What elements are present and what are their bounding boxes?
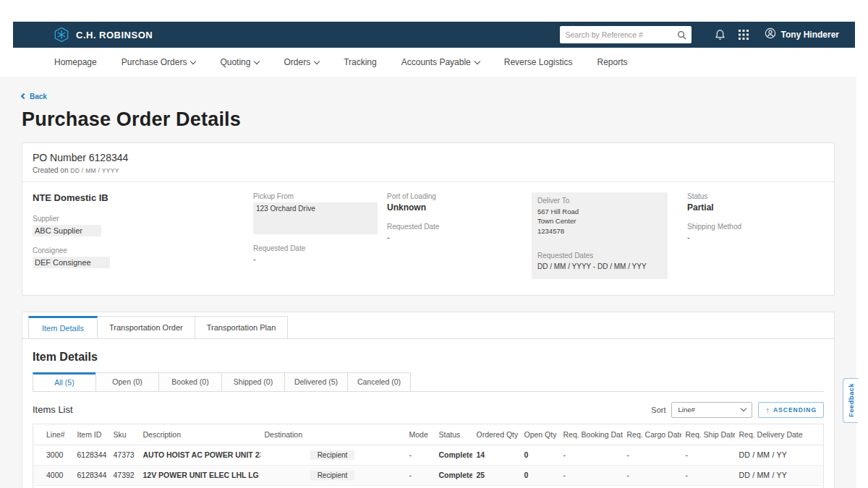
nav-item-label: Reverse Logistics: [504, 57, 573, 67]
table-header-row: Line# Item ID Sku Description Destinatio…: [33, 424, 824, 445]
po-info-grid: NTE Domestic IB Supplier ABC Supplier Co…: [33, 192, 824, 279]
user-name: Tony Hinderer: [781, 30, 839, 40]
consignee-label: Consignee: [33, 247, 246, 254]
deliver-to-column: Deliver To 567 Hill Road Town Center 123…: [532, 192, 680, 279]
status-label: Status: [687, 192, 824, 200]
requested-dates-value: DD / MM / YYYY - DD / MM / YYY: [537, 262, 662, 272]
cell-mode: -: [405, 445, 435, 465]
column-header[interactable]: Req. Delivery Date: [735, 424, 824, 445]
items-table-container: Line# Item ID Sku Description Destinatio…: [33, 424, 824, 488]
search-input[interactable]: [560, 26, 692, 43]
requested-dates-label: Requested Dates: [537, 252, 662, 260]
status-filter-tab[interactable]: Booked (0): [158, 372, 222, 391]
items-table: Line# Item ID Sku Description Destinatio…: [33, 424, 824, 488]
column-header[interactable]: Mode: [405, 424, 435, 445]
search-icon[interactable]: [677, 30, 686, 43]
nav-item[interactable]: Tracking: [344, 57, 377, 67]
status-filter-tab[interactable]: Canceled (0): [347, 372, 411, 391]
cell-mode: -: [405, 465, 435, 485]
column-header[interactable]: Req. Booking Date: [559, 424, 623, 445]
destination-value: Recipient: [310, 450, 355, 460]
port-requested-date-label: Requested Date: [387, 223, 524, 231]
status-filter-tabs: All (5) Open (0) Booked (0) Shipped (0) …: [33, 372, 824, 392]
company-logo[interactable]: C.H. ROBINSON: [54, 27, 153, 43]
detail-tab[interactable]: Transportation Order: [97, 316, 195, 338]
user-menu[interactable]: Tony Hinderer: [765, 27, 839, 42]
nav-item[interactable]: Quoting: [220, 57, 259, 67]
nav-item-label: Reports: [597, 57, 628, 67]
column-header[interactable]: Line#: [33, 424, 73, 445]
pickup-requested-date-label: Requested Date: [253, 244, 380, 252]
deliver-to-panel: Deliver To 567 Hill Road Town Center 123…: [532, 192, 668, 279]
detail-tab[interactable]: Item Details: [28, 316, 98, 338]
cell-item-id: 6128344: [73, 445, 109, 465]
nav-item[interactable]: Reverse Logistics: [504, 57, 573, 67]
apps-grid-icon[interactable]: [739, 30, 749, 40]
cell-line-number: 4000: [33, 465, 73, 485]
nav-item[interactable]: Orders: [284, 57, 319, 67]
feedback-button[interactable]: Feedback: [843, 378, 858, 423]
column-header[interactable]: Item ID: [73, 424, 109, 445]
back-label: Back: [30, 93, 47, 100]
supplier-name: ABC Supplier: [33, 225, 101, 236]
items-list-title: Items List: [33, 404, 73, 415]
supplier-label: Supplier: [33, 215, 246, 223]
port-of-loading-label: Port of Loading: [387, 192, 524, 200]
column-header[interactable]: Ordered Qty: [472, 424, 520, 445]
nav-item-label: Purchase Orders: [122, 57, 187, 67]
cell-req-delivery-date: DD / MM / YY: [735, 485, 824, 488]
cell-req-delivery-date: DD / MM / YY: [735, 445, 824, 465]
port-of-loading-column: Port of Loading Unknown Requested Date -: [387, 192, 524, 279]
table-row[interactable]: 6000 6128344 53460 DUMP TRAILER PU DA 1.…: [33, 485, 824, 488]
nav-item[interactable]: Homepage: [54, 57, 97, 67]
table-row[interactable]: 3000 6128344 47373 AUTO HOIST AC POWER U…: [33, 445, 824, 465]
nav-item[interactable]: Purchase Orders: [122, 57, 196, 67]
nav-item[interactable]: Accounts Payable: [401, 57, 480, 67]
app-header: C.H. ROBINSON Tony Hinder: [13, 22, 855, 48]
status-filter-tab[interactable]: Open (0): [95, 372, 159, 391]
column-header[interactable]: Destination: [260, 424, 405, 445]
cell-req-cargo-date: -: [623, 485, 681, 488]
item-details-heading: Item Details: [33, 351, 824, 364]
chevron-down-icon: [741, 406, 746, 411]
sort-select[interactable]: Line#: [671, 402, 752, 418]
detail-tab[interactable]: Transportation Plan: [195, 316, 289, 338]
column-header[interactable]: Req. Cargo Date: [623, 424, 681, 445]
chevron-left-icon: [21, 93, 27, 99]
column-header[interactable]: Description: [139, 424, 260, 445]
cell-status: Complete: [435, 465, 472, 485]
status-filter-tab[interactable]: Delivered (5): [284, 372, 348, 391]
column-header[interactable]: Open Qty: [520, 424, 559, 445]
shipping-method-label: Shipping Method: [687, 223, 824, 231]
sort-direction-button[interactable]: ↑ ASCENDING: [758, 402, 824, 418]
cell-description: 12V POWER UNIT ELEC LHL LG RES: [139, 465, 260, 485]
column-header[interactable]: Status: [435, 424, 472, 445]
user-avatar-icon: [765, 27, 776, 42]
pickup-requested-date-value: -: [253, 254, 380, 263]
feedback-label: Feedback: [847, 383, 855, 417]
cell-description: DUMP TRAILER PU DA 1.1GAL TANK: [139, 485, 260, 488]
chevron-down-icon: [314, 58, 320, 64]
status-filter-tab-label: Delivered (5): [294, 377, 338, 386]
chr-hexagon-logo-icon: [54, 27, 69, 43]
nav-item[interactable]: Reports: [597, 57, 628, 67]
column-header[interactable]: Req. Ship Date: [681, 424, 735, 445]
sort-select-value: Line#: [678, 406, 694, 414]
column-header[interactable]: Sku: [109, 424, 139, 445]
status-filter-tab[interactable]: All (5): [33, 372, 96, 391]
detail-tab-label: Transportation Plan: [207, 323, 276, 332]
cell-ordered-qty: 14: [472, 445, 520, 465]
port-of-loading-value: Unknown: [387, 202, 524, 213]
divider: [22, 181, 834, 182]
status-filter-tab[interactable]: Shipped (0): [221, 372, 285, 391]
table-row[interactable]: 4000 6128344 47392 12V POWER UNIT ELEC L…: [33, 465, 824, 485]
main-nav: Homepage Purchase Orders Quoting Orders …: [0, 48, 868, 77]
cell-sku: 47392: [109, 465, 139, 485]
notifications-bell-icon[interactable]: [715, 29, 726, 40]
arrow-up-icon: ↑: [765, 406, 770, 414]
port-requested-date-value: -: [387, 233, 524, 241]
cell-destination: Recipient: [260, 465, 405, 485]
sort-direction-label: ASCENDING: [773, 406, 817, 414]
back-button[interactable]: Back: [22, 93, 47, 100]
pickup-column: Pickup From 123 Orchard Drive Requested …: [253, 192, 380, 279]
